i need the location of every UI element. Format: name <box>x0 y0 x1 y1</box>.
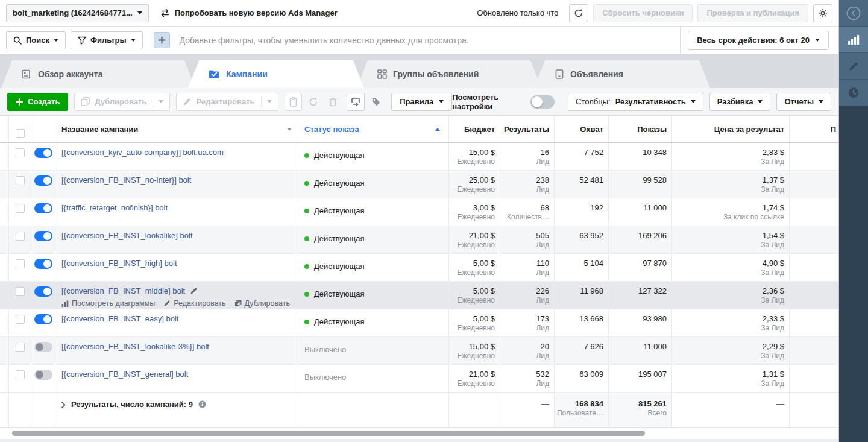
table-row: [{conversion_FB_INST_no-inter}] bolt Дей… <box>0 171 838 198</box>
row-checkbox[interactable] <box>16 370 25 379</box>
export-button[interactable] <box>347 93 365 111</box>
duplicate-button[interactable]: Дублировать <box>74 93 170 111</box>
results-type: Лид <box>500 352 549 361</box>
columns-button[interactable]: Столбцы: Результативность <box>568 93 703 111</box>
chevron-down-icon <box>54 39 58 42</box>
search-button[interactable]: Поиск <box>6 31 66 49</box>
ab-test-button[interactable] <box>306 93 321 111</box>
results-type: Лид <box>500 185 549 194</box>
funnel-icon <box>78 36 86 45</box>
tab-campaigns[interactable]: Кампании <box>188 60 364 88</box>
columns-value: Результативность <box>615 97 686 106</box>
pencil-icon <box>163 300 171 307</box>
table-row: [{conversion_FB_INST_general] bolt Выклю… <box>0 365 838 393</box>
tab-ad-sets[interactable]: Группы объявлений <box>357 60 541 88</box>
add-filter-button[interactable] <box>154 32 170 48</box>
table-row: [{traffic_retarget_nofinish}] bolt Дейст… <box>0 198 838 226</box>
campaign-name-link[interactable]: [{conversion_FB_INST_middle] bolt <box>61 286 185 295</box>
row-checkbox[interactable] <box>16 232 25 241</box>
row-checkbox[interactable] <box>16 204 25 213</box>
delete-button[interactable] <box>325 93 341 111</box>
plus-icon <box>158 36 166 44</box>
campaign-toggle[interactable] <box>34 286 52 297</box>
account-selector[interactable]: bolt_marketing (162424684771... <box>6 4 149 22</box>
edit-name-icon[interactable] <box>190 287 198 295</box>
collapse-panel-button[interactable] <box>839 0 868 27</box>
date-range-button[interactable]: Весь срок действия: 6 окт 20 <box>688 31 829 50</box>
tag-button[interactable] <box>368 93 384 111</box>
create-button[interactable]: Создать <box>7 93 68 111</box>
rules-button[interactable]: Правила <box>391 93 452 111</box>
row-checkbox[interactable] <box>16 176 25 185</box>
header-cost-per-result[interactable]: Цена за результат <box>672 116 790 142</box>
filters-button[interactable]: Фильтры <box>71 31 143 49</box>
budget-value: 21,00 $ <box>449 365 495 379</box>
review-publish-button[interactable]: Проверка и публикация <box>697 4 808 22</box>
summary-cost-per-result: — <box>672 393 784 409</box>
header-delivery-status[interactable]: Статус показа <box>298 116 449 142</box>
top-bar: bolt_marketing (162424684771... Попробов… <box>0 0 838 27</box>
view-charts-action[interactable]: Посмотреть диаграммы <box>61 299 155 308</box>
campaign-name-link[interactable]: [{conversion_FB_INST_general] bolt <box>61 370 188 379</box>
campaign-name-link[interactable]: [{conversion_FB_INST_high] bolt <box>61 259 177 268</box>
view-settings-toggle[interactable] <box>530 95 555 109</box>
settings-button[interactable] <box>813 4 832 22</box>
campaign-toggle[interactable] <box>34 203 52 213</box>
tab-account-overview[interactable]: Обзор аккаунта <box>1 60 195 88</box>
campaign-name-link[interactable]: [{conversion_FB_INST_no-inter}] bolt <box>61 175 191 185</box>
status-dot <box>304 236 309 241</box>
row-checkbox[interactable] <box>16 343 25 352</box>
breakdown-button[interactable]: Разбивка <box>709 93 771 111</box>
campaign-name-link[interactable]: [{conversion_FB_INST_lookalike-3%}] bolt <box>61 342 209 351</box>
select-all-checkbox[interactable] <box>16 129 25 138</box>
edit-panel-button[interactable] <box>839 53 868 80</box>
budget-value: 21,00 $ <box>449 226 495 241</box>
campaign-name-link[interactable]: [{conversion_FB_INST_easy] bolt <box>61 314 178 323</box>
header-impressions[interactable]: Показы <box>609 116 672 142</box>
edit-action[interactable]: Редактировать <box>163 299 225 308</box>
campaign-name-link[interactable]: [{traffic_retarget_nofinish}] bolt <box>61 203 168 212</box>
reports-button[interactable]: Отчеты <box>776 93 831 111</box>
budget-value: 15,00 $ <box>449 337 495 352</box>
row-checkbox[interactable] <box>16 259 25 268</box>
clipboard-icon <box>289 97 298 107</box>
expand-results-icon[interactable] <box>61 402 66 408</box>
refresh-button[interactable] <box>569 4 588 22</box>
campaign-toggle[interactable] <box>34 148 52 158</box>
history-panel-button[interactable] <box>839 80 868 106</box>
campaign-toggle[interactable] <box>34 314 52 324</box>
row-checkbox[interactable] <box>16 315 25 324</box>
campaign-toggle[interactable] <box>34 175 52 186</box>
discard-drafts-button[interactable]: Сбросить черновики <box>593 4 693 22</box>
header-reach[interactable]: Охват <box>555 116 609 142</box>
campaign-toggle[interactable] <box>34 342 52 352</box>
campaign-toggle[interactable] <box>34 259 52 269</box>
cost-per-result-type: За Лид <box>672 352 784 361</box>
discard-drafts-label: Сбросить черновики <box>602 8 684 17</box>
edit-button[interactable]: Редактировать <box>176 93 278 111</box>
info-icon[interactable] <box>198 400 206 408</box>
row-checkbox[interactable] <box>16 148 25 157</box>
status-text: Действующая <box>314 317 365 326</box>
header-results[interactable]: Результаты <box>500 116 555 142</box>
cost-per-result-type: За Лид <box>672 241 784 250</box>
clipboard-button[interactable] <box>285 93 303 111</box>
campaign-name-link[interactable]: [{conversion_FB_INST_lookalike] bolt <box>61 231 193 240</box>
charts-panel-button[interactable] <box>839 27 868 53</box>
header-budget[interactable]: Бюджет <box>449 116 500 142</box>
campaign-toggle[interactable] <box>34 370 52 380</box>
duplicate-action[interactable]: Дублировать <box>234 299 290 308</box>
tab-ads[interactable]: Объявления <box>534 60 710 88</box>
campaign-name-link[interactable]: [{conversion_kyiv_auto-company}] bolt.ua… <box>61 148 224 157</box>
impressions-value: 10 348 <box>609 143 667 157</box>
reach-value: 63 009 <box>555 365 603 379</box>
scrollbar-thumb[interactable] <box>12 431 645 436</box>
copy-plus-icon <box>234 300 242 307</box>
filter-bar: Поиск Фильтры Добавьте фильтры, чтобы ум… <box>0 27 838 54</box>
row-checkbox[interactable] <box>16 287 25 296</box>
sort-asc-icon <box>435 128 440 131</box>
status-text: Действующая <box>314 234 365 243</box>
campaign-toggle[interactable] <box>34 231 52 241</box>
header-campaign-name[interactable]: Название кампании <box>55 116 298 142</box>
try-new-version-link[interactable]: Попробовать новую версию Ads Manager <box>160 8 338 17</box>
